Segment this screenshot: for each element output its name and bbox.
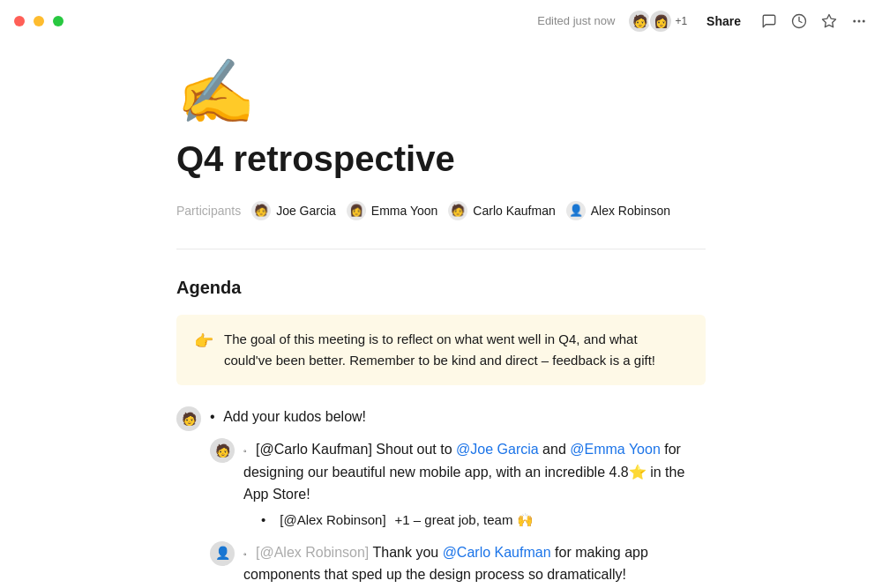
svg-marker-1 [823,15,836,27]
avatar-2: 👩 [648,9,673,33]
mention-joe: @Joe Garcia [456,442,539,457]
svg-point-3 [858,20,860,22]
kudos-text: Add your kudos below! [223,409,366,424]
alex-text1: Thank you [372,545,442,560]
subsub-alex: • [@Alex Robinson] +1 – great job, team … [261,510,706,531]
topbar-actions: Edited just now 🧑 👩 +1 Share [537,9,868,33]
participant-carlo: 🧑 Carlo Kaufman [448,201,555,220]
comment-icon[interactable] [760,12,778,30]
kudos-avatar: 🧑 [176,406,201,431]
agenda-list: 🧑 • Add your kudos below! 🧑 ◦ [@Carlo Ka… [176,406,706,586]
maximize-button[interactable] [53,16,64,26]
svg-point-2 [854,20,856,22]
divider [176,249,706,249]
mention-carlo: @Carlo Kaufman [443,545,551,560]
subsub-list: • [@Alex Robinson] +1 – great job, team … [243,510,706,531]
participants-label: Participants [176,202,241,220]
kudos-content: • Add your kudos below! [210,406,366,428]
participant-avatar-alex: 👤 [566,201,586,220]
history-icon[interactable] [790,12,808,30]
list-item-carlo: 🧑 ◦ [@Carlo Kaufman] Shout out to @Joe G… [176,438,706,534]
star-icon[interactable] [820,12,838,30]
list-item-kudos: 🧑 • Add your kudos below! [176,406,706,431]
participant-avatar-emma: 👩 [347,201,366,220]
carlo-avatar: 🧑 [210,438,235,463]
subsub-mention: [@Alex Robinson] [280,510,385,531]
carlo-content: ◦ [@Carlo Kaufman] Shout out to @Joe Gar… [243,438,706,534]
page-icon: ✍️ [176,60,706,123]
page-content: ✍️ Q4 retrospective Participants 🧑 Joe G… [0,42,882,588]
participant-emma: 👩 Emma Yoon [347,201,438,220]
share-button[interactable]: Share [699,11,748,32]
window-controls [14,16,64,26]
callout-text: The goal of this meeting is to reflect o… [224,329,688,371]
participant-name-joe: Joe Garcia [276,202,336,220]
callout-box: 👉 The goal of this meeting is to reflect… [176,315,706,385]
mention-emma: @Emma Yoon [570,442,661,457]
participant-name-alex: Alex Robinson [591,202,670,220]
carlo-and: and [542,442,570,457]
bullet-dot: • [210,409,215,424]
alex-avatar: 👤 [210,541,235,566]
participant-name-emma: Emma Yoon [371,202,438,220]
extra-collaborators-count: +1 [675,13,687,29]
minimize-button[interactable] [34,16,44,26]
edited-status: Edited just now [537,12,615,30]
collaborators-avatars: 🧑 👩 +1 [627,9,687,33]
list-item-alex: 👤 ◦ [@Alex Robinson] Thank you @Carlo Ka… [176,541,706,586]
callout-icon: 👉 [194,330,213,354]
subsub-dot: • [261,510,265,531]
agenda-title: Agenda [176,274,706,301]
carlo-text1: Shout out to [376,442,456,457]
svg-point-4 [863,20,865,22]
participant-name-carlo: Carlo Kaufman [473,202,555,220]
alex-prefix: [@Alex Robinson] [256,545,369,560]
subsub-text: +1 – great job, team 🙌 [395,510,534,531]
page-title[interactable]: Q4 retrospective [176,138,706,180]
sub-dot: ◦ [243,446,247,456]
participant-avatar-carlo: 🧑 [448,201,467,220]
alex-content: ◦ [@Alex Robinson] Thank you @Carlo Kauf… [243,541,706,586]
participant-joe: 🧑 Joe Garcia [251,201,336,220]
participants-row: Participants 🧑 Joe Garcia 👩 Emma Yoon 🧑 … [176,201,706,220]
sub-dot2: ◦ [243,549,247,559]
carlo-prefix: [@Carlo Kaufman] [256,442,372,457]
participant-alex: 👤 Alex Robinson [566,201,670,220]
page-body: ✍️ Q4 retrospective Participants 🧑 Joe G… [123,42,759,588]
more-icon[interactable] [850,12,868,30]
close-button[interactable] [14,16,25,26]
topbar: Edited just now 🧑 👩 +1 Share [0,0,882,42]
participant-avatar-joe: 🧑 [251,201,271,220]
